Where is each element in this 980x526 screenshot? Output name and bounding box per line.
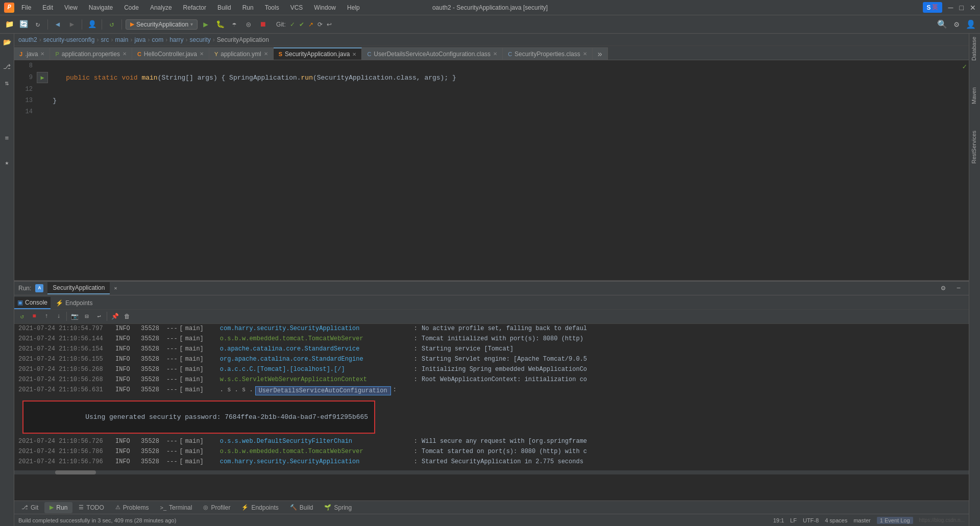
menu-analyze[interactable]: Analyze	[146, 3, 176, 12]
menu-navigate[interactable]: Navigate	[85, 3, 117, 12]
bottom-tab-terminal[interactable]: >_ Terminal	[155, 502, 198, 513]
menu-build[interactable]: Build	[213, 3, 235, 12]
wrap-button[interactable]: ↩	[93, 311, 105, 322]
tab-hello-controller[interactable]: C HelloController.java ✕	[132, 47, 209, 60]
menu-vcs[interactable]: VCS	[286, 3, 307, 12]
horizontal-scrollbar[interactable]	[14, 470, 969, 474]
favorites-icon[interactable]: ★	[2, 157, 13, 168]
indent-setting[interactable]: 4 spaces	[825, 517, 847, 523]
tab-close-props[interactable]: ✕	[122, 51, 127, 57]
stop-button[interactable]: ⏹	[257, 18, 269, 31]
menu-view[interactable]: View	[60, 3, 82, 12]
tab-close-hello[interactable]: ✕	[200, 51, 204, 57]
pin-button[interactable]: 📌	[109, 311, 120, 322]
breadcrumb-oauth2[interactable]: oauth2	[18, 36, 37, 43]
menu-tools[interactable]: Tools	[261, 3, 283, 12]
bottom-tab-endpoints[interactable]: ⚡ Endpoints	[236, 502, 283, 513]
tab-security-application[interactable]: S SecurityApplication.java ✕	[274, 47, 362, 60]
tab-security-properties[interactable]: C SecurityProperties.class ✕	[503, 47, 593, 60]
breadcrumb-com[interactable]: com	[152, 36, 163, 43]
breadcrumb-userconfig[interactable]: security-userconfig	[43, 36, 95, 43]
editor-content[interactable]: ✓ 8 9 ▶ public static void main(String[]…	[14, 60, 969, 281]
back-icon[interactable]: ◀	[52, 18, 64, 31]
run-tab-security[interactable]: SecurityApplication	[47, 282, 110, 294]
tab-close-userdetails[interactable]: ✕	[493, 51, 497, 57]
rest-services-label[interactable]: RestServices	[969, 128, 980, 167]
tab-close-secprops[interactable]: ✕	[583, 51, 587, 57]
run-config-selector[interactable]: ▶ SecurityApplication ▾	[126, 19, 198, 30]
tab-application-yml[interactable]: Y application.yml ✕	[209, 47, 274, 60]
minimize-run-icon[interactable]: −	[952, 282, 965, 294]
clear-button[interactable]: 🗑	[121, 311, 133, 322]
settings-icon[interactable]: ⚙	[950, 18, 963, 31]
encoding[interactable]: UTF-8	[803, 517, 819, 523]
forward-icon[interactable]: ▶	[66, 18, 78, 31]
tab-overflow[interactable]: »	[593, 47, 608, 60]
git-tick-icon[interactable]: ✔	[299, 21, 304, 28]
bottom-tab-spring[interactable]: 🌱 Spring	[319, 502, 357, 513]
tab-java-unnamed[interactable]: J .java ✕	[14, 47, 50, 60]
maven-panel-label[interactable]: Maven	[969, 84, 980, 107]
pull-requests-icon[interactable]: ⇅	[2, 78, 13, 89]
structure-icon[interactable]: ≡	[2, 133, 13, 144]
breadcrumb-harry[interactable]: harry	[169, 36, 183, 43]
rerun-button[interactable]: ↺	[16, 311, 28, 322]
run-button[interactable]: ▶	[200, 18, 212, 31]
undo-icon[interactable]: ↺	[106, 18, 118, 31]
user-profile-icon[interactable]: 👤	[965, 18, 977, 31]
run-tab-close[interactable]: ✕	[114, 285, 117, 291]
git-undo-icon[interactable]: ↩	[327, 21, 332, 28]
line-ending[interactable]: LF	[790, 517, 797, 523]
menu-help[interactable]: Help	[343, 3, 364, 12]
cursor-position[interactable]: 19:1	[773, 517, 784, 523]
git-check-icon[interactable]: ✓	[290, 21, 295, 28]
commit-icon[interactable]: ⎇	[2, 61, 13, 72]
menu-window[interactable]: Window	[310, 3, 340, 12]
coverage-button[interactable]: ☂	[228, 18, 240, 31]
database-panel-label[interactable]: Database	[969, 34, 980, 64]
bottom-tab-problems[interactable]: ⚠ Problems	[110, 502, 154, 513]
maximize-button[interactable]: □	[960, 4, 964, 12]
tab-close-yml[interactable]: ✕	[264, 51, 268, 57]
user-icon[interactable]: 👤	[86, 18, 98, 31]
settings-run-icon[interactable]: ⚙	[937, 282, 949, 294]
bottom-tab-build[interactable]: 🔨 Build	[285, 502, 318, 513]
run-gutter-icon[interactable]: ▶	[37, 72, 48, 83]
tab-userdetails-class[interactable]: C UserDetailsServiceAutoConfiguration.cl…	[362, 47, 503, 60]
language-switcher[interactable]: S英	[923, 2, 942, 13]
menu-file[interactable]: File	[17, 3, 35, 12]
breadcrumb-main[interactable]: main	[115, 36, 128, 43]
close-button[interactable]: ✕	[970, 4, 976, 12]
debug-button[interactable]: 🐛	[214, 18, 226, 31]
tab-close-java[interactable]: ✕	[40, 51, 44, 57]
breadcrumb-java[interactable]: java	[134, 36, 145, 43]
profile-button[interactable]: ◎	[242, 18, 255, 31]
filter-button[interactable]: ⊟	[81, 311, 92, 322]
git-fetch-icon[interactable]: ⟳	[317, 21, 323, 28]
menu-code[interactable]: Code	[120, 3, 143, 12]
refresh-icon[interactable]: ↻	[32, 18, 44, 31]
open-project-icon[interactable]: 📁	[3, 18, 15, 31]
scroll-up-button[interactable]: ↑	[41, 311, 52, 322]
project-icon[interactable]: 📂	[2, 37, 13, 48]
menu-edit[interactable]: Edit	[38, 3, 57, 12]
tab-console[interactable]: ▣ Console	[14, 297, 51, 309]
tab-application-properties[interactable]: P application.properties ✕	[50, 47, 132, 60]
tab-close-security[interactable]: ✕	[352, 52, 356, 57]
sync-icon[interactable]: 🔄	[17, 18, 30, 31]
search-everywhere-icon[interactable]: 🔍	[936, 18, 948, 31]
screenshot-button[interactable]: 📷	[69, 311, 80, 322]
menu-refactor[interactable]: Refactor	[179, 3, 210, 12]
tab-endpoints[interactable]: ⚡ Endpoints	[51, 297, 97, 309]
git-arrow-icon[interactable]: ↗	[308, 21, 313, 28]
breadcrumb-src[interactable]: src	[101, 36, 109, 43]
event-log[interactable]: 1 Event Log	[877, 517, 913, 524]
git-branch-status[interactable]: master	[853, 517, 871, 523]
breadcrumb-security[interactable]: security	[189, 36, 210, 43]
console-output[interactable]: 2021-07-24 21:10:54.797 INFO 35528 --- […	[14, 324, 969, 501]
stop-run-button[interactable]: ■	[29, 311, 40, 322]
bottom-tab-profiler[interactable]: ◎ Profiler	[198, 502, 235, 513]
minimize-button[interactable]: ─	[948, 4, 953, 12]
bottom-tab-todo[interactable]: ☰ TODO	[74, 502, 109, 513]
menu-run[interactable]: Run	[238, 3, 258, 12]
